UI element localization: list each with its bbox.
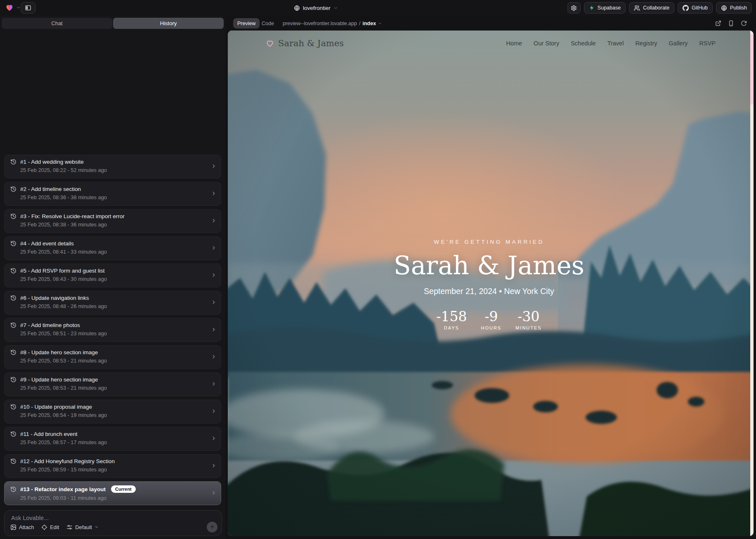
history-item-timestamp: 25 Feb 2025, 08:36 - 38 minutes ago	[20, 194, 215, 200]
github-icon	[683, 5, 689, 11]
history-icon	[10, 295, 17, 301]
history-item-timestamp: 25 Feb 2025, 08:59 - 15 minutes ago	[20, 466, 215, 473]
history-item-timestamp: 25 Feb 2025, 08:57 - 17 minutes ago	[20, 439, 215, 445]
chevron-right-icon[interactable]	[211, 191, 217, 196]
history-item[interactable]: #5 - Add RSVP form and guest list 25 Feb…	[4, 264, 221, 287]
history-item[interactable]: #4 - Add event details 25 Feb 2025, 08:4…	[4, 236, 221, 260]
chevron-down-icon[interactable]	[16, 5, 21, 10]
chevron-right-icon[interactable]	[211, 490, 217, 496]
supabase-button[interactable]: Supabase	[584, 2, 626, 14]
refresh-icon[interactable]	[741, 20, 747, 26]
lovable-heart-icon[interactable]	[5, 3, 14, 12]
site-header: Sarah & James HomeOur StoryScheduleTrave…	[228, 31, 750, 56]
history-item-title: #9 - Update hero section image	[20, 377, 98, 383]
edit-select-button[interactable]: Edit	[41, 524, 59, 530]
image-icon	[10, 524, 17, 530]
project-switcher[interactable]: lovefrontier	[294, 0, 338, 16]
prompt-composer[interactable]: Ask Lovable... Attach Edit	[4, 510, 222, 536]
site-preview: Sarah & James HomeOur StoryScheduleTrave…	[228, 31, 754, 536]
globe-icon	[294, 5, 300, 11]
history-item-timestamp: 25 Feb 2025, 08:38 - 36 minutes ago	[20, 221, 215, 228]
tab-code[interactable]: Code	[262, 18, 274, 28]
chevron-right-icon[interactable]	[211, 408, 217, 414]
history-item[interactable]: #2 - Add timeline section 25 Feb 2025, 0…	[4, 182, 221, 206]
collaborate-button[interactable]: Collaborate	[629, 2, 674, 14]
chat-mode-button[interactable]: Default	[66, 524, 99, 530]
nav-link[interactable]: Gallery	[669, 40, 688, 47]
attach-button[interactable]: Attach	[10, 524, 34, 530]
history-item[interactable]: #9 - Update hero section image 25 Feb 20…	[4, 372, 221, 396]
countdown-value: -9	[481, 308, 501, 325]
history-icon	[10, 268, 17, 274]
site-scrollbar-thumb[interactable]	[750, 34, 754, 105]
countdown-value: -158	[436, 308, 467, 325]
history-item[interactable]: #1 - Add wedding website 25 Feb 2025, 08…	[4, 155, 221, 179]
history-item-title: #1 - Add wedding website	[20, 159, 84, 165]
nav-link[interactable]: Registry	[635, 40, 657, 47]
users-icon	[634, 5, 640, 11]
history-item-timestamp: 25 Feb 2025, 08:54 - 19 minutes ago	[20, 412, 215, 418]
history-icon	[10, 213, 17, 219]
history-item-title: #7 - Add timeline photos	[20, 322, 80, 328]
history-icon	[10, 186, 17, 192]
smartphone-icon[interactable]	[728, 20, 734, 26]
hero-date-location: September 21, 2024 • New York City	[228, 287, 750, 296]
nav-link[interactable]: Travel	[607, 40, 624, 47]
history-item-timestamp: 25 Feb 2025, 08:51 - 23 minutes ago	[20, 330, 215, 337]
sidebar-tabs: Chat History	[2, 18, 224, 29]
chevron-right-icon[interactable]	[211, 272, 217, 278]
tab-history[interactable]: History	[113, 18, 224, 29]
history-item[interactable]: #6 - Update navigation links 25 Feb 2025…	[4, 291, 221, 315]
chevron-right-icon[interactable]	[211, 327, 217, 332]
current-badge: Current	[111, 485, 136, 493]
project-name: lovefrontier	[303, 5, 331, 11]
settings-button[interactable]	[567, 2, 581, 14]
chevron-down-icon	[333, 6, 338, 10]
site-nav: HomeOur StoryScheduleTravelRegistryGalle…	[506, 40, 716, 47]
globe-icon	[721, 5, 727, 11]
chevron-right-icon[interactable]	[211, 245, 217, 251]
chevron-right-icon[interactable]	[211, 381, 217, 387]
github-label: GitHub	[692, 5, 708, 11]
chevron-right-icon[interactable]	[211, 163, 217, 169]
history-item[interactable]: #8 - Update hero section image 25 Feb 20…	[4, 345, 221, 369]
url-host: preview--lovefrontier.lovable.app	[283, 21, 357, 26]
nav-link[interactable]: Home	[506, 40, 522, 47]
chat-mode-label: Default	[75, 524, 92, 530]
external-link-icon[interactable]	[715, 20, 721, 26]
url-page: index	[362, 21, 376, 26]
site-scrollbar[interactable]	[750, 31, 754, 536]
history-list: #1 - Add wedding website 25 Feb 2025, 08…	[4, 155, 221, 508]
publish-button[interactable]: Publish	[716, 2, 752, 14]
history-item[interactable]: #12 - Add Honeyfund Registry Section 25 …	[4, 454, 221, 478]
history-item[interactable]: #7 - Add timeline photos 25 Feb 2025, 08…	[4, 318, 221, 342]
arrow-up-icon	[210, 525, 215, 530]
nav-link[interactable]: Our Story	[534, 40, 559, 47]
history-item-timestamp: 25 Feb 2025, 08:53 - 21 minutes ago	[20, 385, 215, 391]
nav-link[interactable]: RSVP	[699, 40, 716, 47]
chevron-right-icon[interactable]	[211, 354, 217, 360]
countdown-unit: -158 DAYS	[436, 308, 467, 330]
chevron-right-icon[interactable]	[211, 218, 217, 224]
history-item[interactable]: #11 - Add brunch event 25 Feb 2025, 08:5…	[4, 427, 221, 451]
supabase-bolt-icon	[589, 5, 595, 11]
nav-link[interactable]: Schedule	[571, 40, 595, 47]
prompt-input[interactable]: Ask Lovable...	[11, 515, 49, 521]
chevron-down-icon	[94, 525, 99, 529]
site-logo[interactable]: Sarah & James	[266, 38, 344, 48]
chevron-right-icon[interactable]	[211, 463, 217, 468]
history-icon	[10, 458, 17, 464]
sidebar-toggle-button[interactable]	[21, 2, 35, 14]
send-button[interactable]	[207, 522, 217, 532]
chevron-right-icon[interactable]	[211, 435, 217, 441]
history-item[interactable]: #3 - Fix: Resolve Lucide-react import er…	[4, 209, 221, 233]
history-item[interactable]: #13 - Refactor index page layout Current…	[4, 481, 221, 505]
tab-chat[interactable]: Chat	[2, 18, 112, 29]
history-item[interactable]: #10 - Update proposal image 25 Feb 2025,…	[4, 400, 221, 424]
chat-sidebar: Chat History #1 - Add wedding website 25…	[0, 16, 225, 539]
preview-url[interactable]: preview--lovefrontier.lovable.app / inde…	[283, 18, 382, 28]
history-item-title: #11 - Add brunch event	[20, 431, 78, 437]
github-button[interactable]: GitHub	[678, 2, 713, 14]
chevron-right-icon[interactable]	[211, 299, 217, 305]
tab-preview[interactable]: Preview	[233, 18, 260, 28]
